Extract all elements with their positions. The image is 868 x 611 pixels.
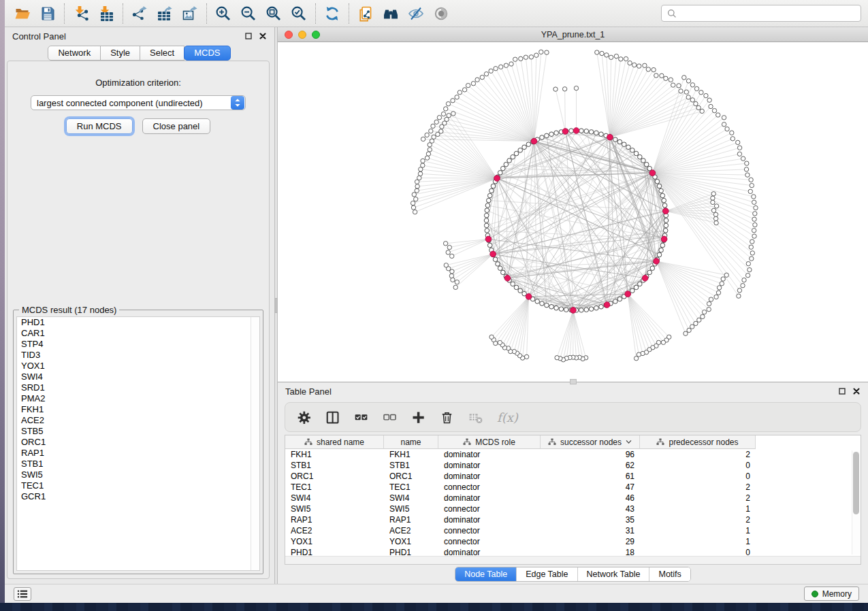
hub-node-YOX1[interactable] xyxy=(663,208,669,214)
table-row[interactable]: TEC1TEC1connector472 xyxy=(285,482,861,493)
column-visibility-button[interactable] xyxy=(325,409,340,425)
function-builder-icon[interactable]: f(x) xyxy=(497,410,518,425)
table-row[interactable]: STB1STB1dominator620 xyxy=(285,460,861,471)
column-header-successor-nodes[interactable]: successor nodes xyxy=(541,435,640,449)
zoom-in-button[interactable] xyxy=(214,5,232,22)
open-session-button[interactable] xyxy=(14,5,31,22)
splitter-handle[interactable] xyxy=(275,298,277,313)
tab-mcds[interactable]: MCDS xyxy=(184,46,230,61)
export-network-button[interactable] xyxy=(131,5,148,22)
mcds-result-node[interactable]: STP4 xyxy=(17,339,259,350)
table-horizontal-scrollbar[interactable] xyxy=(285,556,861,564)
hub-node-SWI5[interactable] xyxy=(526,294,532,300)
save-session-button[interactable] xyxy=(39,5,57,22)
table-row[interactable]: SWI5SWI5connector431 xyxy=(285,503,861,514)
zoom-fit-button[interactable] xyxy=(265,5,283,22)
table-row[interactable]: RAP1RAP1dominator352 xyxy=(285,514,861,525)
scrollbar-thumb[interactable] xyxy=(853,452,859,514)
network-canvas[interactable] xyxy=(278,42,868,382)
hub-node-STP4[interactable] xyxy=(573,128,579,134)
add-row-button[interactable] xyxy=(411,409,425,425)
column-header-name[interactable]: name xyxy=(384,435,438,449)
hide-selected-button[interactable] xyxy=(407,5,425,22)
run-mcds-button[interactable]: Run MCDS xyxy=(66,118,133,134)
mcds-result-list[interactable]: PHD1CAR1STP4TID3YOX1SWI4SRD1PMA2FKH1ACE2… xyxy=(16,316,260,571)
tab-edge-table[interactable]: Edge Table xyxy=(516,567,577,581)
tab-node-table[interactable]: Node Table xyxy=(455,567,516,581)
tab-motifs[interactable]: Motifs xyxy=(649,567,690,581)
criterion-select[interactable]: largest connected component (undirected) xyxy=(31,95,246,110)
column-header-predecessor-nodes[interactable]: predecessor nodes xyxy=(640,435,756,449)
table-row[interactable]: ACE2ACE2connector311 xyxy=(285,525,861,536)
mcds-result-node[interactable]: SWI5 xyxy=(17,469,259,480)
search-neighbors-button[interactable] xyxy=(382,5,400,22)
table-row[interactable]: YOX1YOX1connector291 xyxy=(285,536,861,547)
float-panel-button[interactable] xyxy=(244,32,253,40)
tab-network-table[interactable]: Network Table xyxy=(577,567,649,581)
mcds-result-node[interactable]: STB5 xyxy=(17,426,259,437)
open-network-file-button[interactable] xyxy=(357,5,374,22)
delete-row-button[interactable] xyxy=(440,409,454,425)
mcds-result-node[interactable]: PMA2 xyxy=(17,393,259,404)
tab-select[interactable]: Select xyxy=(140,46,184,61)
mcds-result-node[interactable]: GCR1 xyxy=(17,491,259,502)
mcds-result-node[interactable]: STB1 xyxy=(17,459,259,469)
hub-node-SWI4[interactable] xyxy=(607,134,613,140)
settings-button[interactable] xyxy=(297,409,311,425)
float-table-panel-button[interactable] xyxy=(838,387,846,395)
hub-node-PMA2[interactable] xyxy=(642,276,648,282)
table-vertical-scrollbar[interactable] xyxy=(852,450,860,555)
hub-node-PHD1[interactable] xyxy=(485,236,492,242)
export-table-button[interactable] xyxy=(156,5,174,22)
mcds-result-node[interactable]: ACE2 xyxy=(17,415,259,426)
hub-node-CAR1[interactable] xyxy=(562,129,568,135)
horizontal-splitter-handle[interactable] xyxy=(570,379,577,384)
hub-node-TID3[interactable] xyxy=(625,291,631,297)
zoom-selected-button[interactable] xyxy=(290,5,308,22)
search-input[interactable] xyxy=(681,8,856,18)
import-network-button[interactable] xyxy=(72,5,90,22)
column-header-MCDS-role[interactable]: MCDS role xyxy=(438,435,541,449)
mcds-result-node[interactable]: SRD1 xyxy=(17,382,259,393)
search-box[interactable] xyxy=(661,5,861,22)
memory-button[interactable]: Memory xyxy=(804,587,859,601)
mcds-result-node[interactable]: SWI4 xyxy=(17,371,259,382)
table-row[interactable]: FKH1FKH1dominator962 xyxy=(285,449,861,460)
task-history-button[interactable] xyxy=(14,587,31,601)
network-titlebar[interactable]: YPA_prune.txt_1 xyxy=(278,27,868,42)
mcds-result-node[interactable]: PHD1 xyxy=(17,317,259,328)
mcds-result-node[interactable]: FKH1 xyxy=(17,404,259,415)
table-row[interactable]: SWI4SWI4dominator462 xyxy=(285,493,861,503)
mcds-result-node[interactable]: ORC1 xyxy=(17,437,259,448)
delete-table-button[interactable] xyxy=(468,409,483,425)
show-all-button[interactable] xyxy=(432,5,450,22)
result-list-scrollbar[interactable] xyxy=(251,317,259,570)
tab-style[interactable]: Style xyxy=(100,46,140,61)
network-graph[interactable] xyxy=(278,42,868,382)
zoom-out-button[interactable] xyxy=(240,5,257,22)
mcds-result-node[interactable]: TEC1 xyxy=(17,480,259,491)
refresh-layout-button[interactable] xyxy=(323,5,341,22)
table-row[interactable]: ORC1ORC1dominator610 xyxy=(285,471,861,482)
mcds-result-node[interactable]: CAR1 xyxy=(17,328,259,339)
close-panel-action-button[interactable]: Close panel xyxy=(142,118,211,134)
hub-node-RAP1[interactable] xyxy=(654,259,660,265)
hub-node-TEC1[interactable] xyxy=(570,308,577,314)
hub-node-GCR1[interactable] xyxy=(504,276,511,282)
close-table-panel-button[interactable] xyxy=(852,387,861,395)
hub-node-SRD1[interactable] xyxy=(661,236,667,242)
hub-node-FKH1[interactable] xyxy=(649,170,656,176)
export-image-button[interactable] xyxy=(181,5,199,22)
deselect-all-button[interactable] xyxy=(383,409,397,425)
hub-node-ACE2[interactable] xyxy=(490,251,496,257)
mcds-result-node[interactable]: YOX1 xyxy=(17,361,259,371)
mcds-result-node[interactable]: RAP1 xyxy=(17,448,259,459)
select-all-button[interactable] xyxy=(354,409,368,425)
mcds-result-node[interactable]: TID3 xyxy=(17,350,259,361)
column-header-shared-name[interactable]: shared name xyxy=(285,435,384,449)
hub-node-ORC1[interactable] xyxy=(494,176,500,182)
import-table-button[interactable] xyxy=(97,5,115,22)
hub-node-STB1[interactable] xyxy=(531,138,537,144)
node-table[interactable]: shared namenameMCDS rolesuccessor nodesp… xyxy=(285,435,861,565)
hub-node-STB5[interactable] xyxy=(604,302,610,308)
